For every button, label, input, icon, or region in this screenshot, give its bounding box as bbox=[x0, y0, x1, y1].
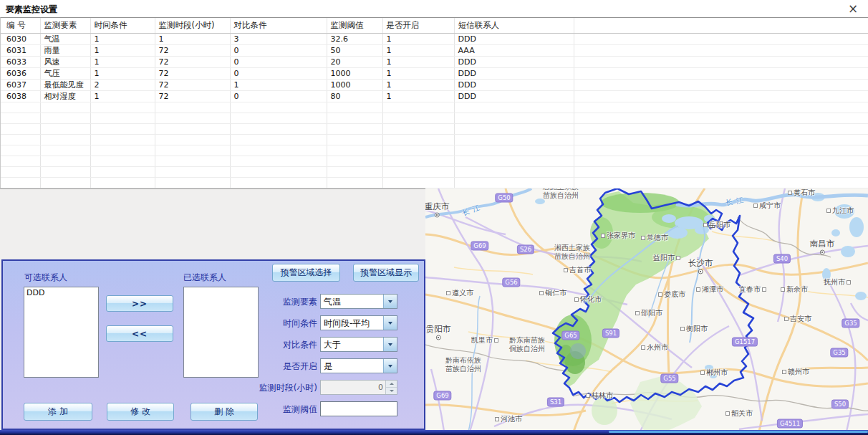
table-row-empty[interactable] bbox=[1, 113, 868, 124]
table-cell bbox=[1, 188, 40, 190]
time-condition-select[interactable]: 时间段-平均 bbox=[320, 315, 397, 330]
capital-marker-icon bbox=[435, 213, 440, 218]
city-marker-icon bbox=[539, 291, 544, 295]
map-city-label: 衡阳市 bbox=[680, 324, 708, 334]
city-marker-icon bbox=[753, 204, 758, 208]
map-city-label: 永州市 bbox=[641, 343, 668, 353]
table-cell bbox=[574, 167, 868, 178]
map-city-label: 河池市 bbox=[495, 414, 522, 424]
column-header[interactable]: 短信联系人 bbox=[454, 18, 574, 34]
chevron-down-icon[interactable] bbox=[383, 359, 397, 373]
table-row[interactable]: 6033风速1720201DDD bbox=[1, 57, 868, 68]
table-row-empty[interactable] bbox=[1, 178, 868, 188]
column-header[interactable] bbox=[574, 18, 868, 34]
close-icon[interactable]: × bbox=[845, 1, 861, 16]
column-header[interactable]: 是否开启 bbox=[382, 18, 454, 34]
river-label: 长江 bbox=[725, 195, 748, 209]
chevron-down-icon[interactable] bbox=[383, 316, 397, 330]
table-row[interactable]: 6037最低能见度272110001DDD bbox=[1, 80, 868, 91]
table-cell bbox=[327, 102, 382, 113]
chevron-down-icon[interactable] bbox=[383, 295, 397, 308]
table-cell bbox=[574, 34, 868, 45]
table-cell bbox=[382, 178, 454, 188]
map-city-label: 南昌市 bbox=[810, 239, 835, 255]
road-badge: G56 bbox=[502, 278, 520, 287]
column-header[interactable]: 监测要素 bbox=[40, 18, 90, 34]
table-cell bbox=[382, 124, 454, 135]
road-badge: G50 bbox=[495, 193, 513, 203]
threshold-label: 监测阈值 bbox=[196, 403, 317, 416]
map-district-label: 黔南布依族苗族自治州 bbox=[445, 356, 481, 373]
column-header[interactable]: 对比条件 bbox=[230, 18, 327, 34]
table-row-empty[interactable] bbox=[1, 135, 868, 145]
table-row[interactable]: 6031雨量1720501AAA bbox=[1, 45, 868, 57]
table-cell bbox=[155, 145, 230, 156]
table-cell bbox=[454, 156, 574, 167]
table-cell: 6031 bbox=[1, 45, 40, 57]
map-city-label: 遵义市 bbox=[446, 288, 473, 298]
table-cell: AAA bbox=[454, 45, 574, 57]
table-cell bbox=[90, 113, 155, 124]
city-marker-icon bbox=[574, 297, 579, 302]
table-row[interactable]: 6030气温11332.61DDD bbox=[1, 34, 868, 45]
monitor-element-select[interactable]: 气温 bbox=[320, 294, 397, 309]
column-header[interactable]: 编 号 bbox=[1, 18, 40, 34]
period-hours-label: 监测时段(小时) bbox=[196, 382, 317, 394]
table-row[interactable]: 6036气压172010001DDD bbox=[1, 68, 868, 80]
window-title: 要素监控设置 bbox=[6, 4, 57, 16]
table-cell: 6036 bbox=[1, 68, 40, 80]
table-cell bbox=[327, 156, 382, 167]
map-city-label: 韶关市 bbox=[725, 408, 753, 419]
table-cell bbox=[574, 57, 868, 68]
table-cell bbox=[230, 124, 327, 135]
table-cell bbox=[1, 156, 40, 167]
map-city-label: 怀化市 bbox=[574, 295, 602, 305]
chevron-down-icon[interactable] bbox=[383, 338, 397, 351]
road-badge: S91 bbox=[602, 329, 619, 338]
map-view[interactable]: 重庆市遵义市贵阳市凯里市河池市桂林市韶关市郴州市赣州市吉安市永州市衡阳市邵阳市娄… bbox=[425, 188, 868, 431]
spin-down-icon[interactable] bbox=[386, 388, 397, 394]
table-cell: 1 bbox=[90, 68, 155, 80]
column-header[interactable]: 时间条件 bbox=[90, 18, 155, 34]
road-badge: S40 bbox=[773, 254, 791, 264]
available-contacts-label: 可选联系人 bbox=[24, 272, 67, 284]
road-badge: S31 bbox=[547, 398, 564, 407]
table-cell bbox=[40, 156, 90, 167]
table-cell bbox=[454, 113, 574, 124]
map-city-label: 岳阳市 bbox=[703, 220, 730, 230]
warn-area-display-button[interactable]: 预警区域显示 bbox=[353, 264, 419, 282]
compare-condition-select[interactable]: 大于 bbox=[320, 337, 397, 352]
table-cell bbox=[155, 178, 230, 188]
table-row[interactable]: 6038相对湿度1720801DDD bbox=[1, 91, 868, 102]
city-marker-icon bbox=[725, 411, 730, 416]
road-badge: G55 bbox=[660, 374, 678, 383]
table-row-empty[interactable] bbox=[1, 145, 868, 156]
threshold-input[interactable] bbox=[320, 401, 397, 416]
map-city-label: 贵阳市 bbox=[426, 324, 451, 340]
table-row-empty[interactable] bbox=[1, 102, 868, 113]
table-cell: DDD bbox=[454, 34, 574, 45]
city-marker-icon bbox=[641, 345, 645, 350]
road-badge: G35 bbox=[830, 348, 848, 358]
map-city-label: 咸宁市 bbox=[753, 201, 781, 211]
table-cell bbox=[90, 102, 155, 113]
period-hours-spinner[interactable]: 0 bbox=[320, 380, 397, 395]
window-bottom-edge bbox=[0, 430, 868, 435]
enabled-select[interactable]: 是 bbox=[320, 358, 397, 373]
table-cell bbox=[574, 113, 868, 124]
column-header[interactable]: 监测阈值 bbox=[327, 18, 382, 34]
table-cell bbox=[155, 156, 230, 167]
table-cell: 1 bbox=[155, 34, 230, 45]
table-row-empty[interactable] bbox=[1, 124, 868, 135]
map-city-label: 益阳市 bbox=[653, 253, 680, 263]
spin-up-icon[interactable] bbox=[386, 381, 397, 388]
warn-area-select-button[interactable]: 预警区域选择 bbox=[272, 264, 340, 282]
monitoring-table[interactable]: 编 号监测要素时间条件监测时段(小时)对比条件监测阈值是否开启短信联系人 603… bbox=[0, 17, 868, 189]
city-marker-icon bbox=[700, 371, 705, 375]
table-row-empty[interactable] bbox=[1, 156, 868, 167]
column-header[interactable]: 监测时段(小时) bbox=[155, 18, 230, 34]
table-cell bbox=[155, 113, 230, 124]
table-cell: 72 bbox=[155, 68, 230, 80]
table-cell bbox=[90, 156, 155, 167]
table-row-empty[interactable] bbox=[1, 167, 868, 178]
